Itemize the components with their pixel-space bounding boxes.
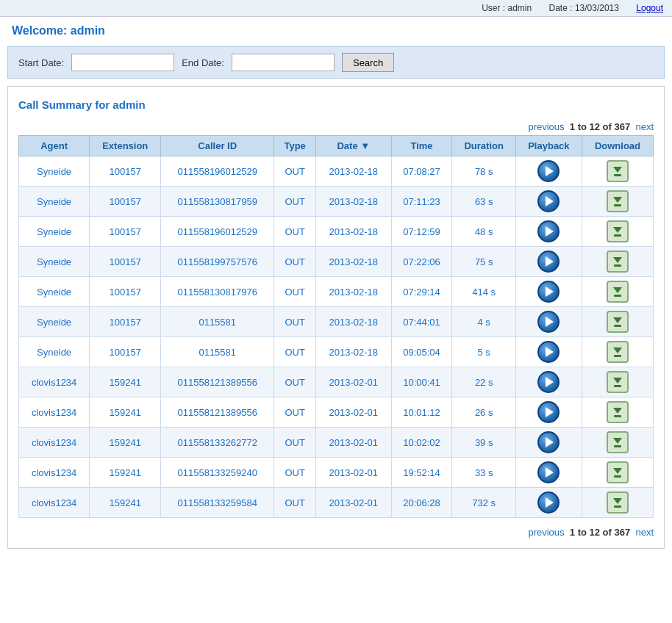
table-cell: Syneide bbox=[19, 277, 90, 307]
table-cell: Syneide bbox=[19, 217, 90, 247]
prev-link-top[interactable]: previous bbox=[528, 121, 564, 132]
playback-button[interactable] bbox=[537, 341, 560, 363]
table-cell: Syneide bbox=[19, 187, 90, 217]
table-cell: 011558130817959 bbox=[161, 187, 274, 217]
table-cell: 011558133259584 bbox=[161, 488, 274, 518]
table-cell: 011558199757576 bbox=[161, 247, 274, 277]
table-cell: OUT bbox=[274, 367, 316, 397]
table-row: Syneide100157011558196012529OUT2013-02-1… bbox=[19, 156, 654, 187]
pagination-bottom: previous 1 to 12 of 367 next bbox=[8, 524, 664, 541]
download-button[interactable] bbox=[607, 190, 629, 212]
playback-button[interactable] bbox=[537, 190, 560, 212]
download-button[interactable] bbox=[607, 371, 629, 393]
table-cell: 100157 bbox=[90, 277, 161, 307]
download-button[interactable] bbox=[607, 401, 629, 423]
welcome-message: Welcome: admin bbox=[0, 17, 672, 42]
table-header-row: Agent Extension Caller ID Type Date ▼ Ti… bbox=[19, 136, 654, 156]
table-cell: 4 s bbox=[452, 307, 515, 337]
table-cell: 732 s bbox=[452, 488, 515, 518]
table-row: clovis1234159241011558121389556OUT2013-0… bbox=[19, 397, 654, 428]
playback-button[interactable] bbox=[537, 311, 560, 333]
table-cell: 2013-02-01 bbox=[316, 428, 391, 458]
pagination-top: previous 1 to 12 of 367 next bbox=[8, 118, 664, 135]
table-cell: 2013-02-18 bbox=[316, 217, 391, 247]
playback-button[interactable] bbox=[537, 160, 560, 182]
playback-button[interactable] bbox=[537, 371, 560, 393]
logout-link[interactable]: Logout bbox=[636, 3, 663, 13]
download-button[interactable] bbox=[607, 491, 629, 514]
table-cell: Syneide bbox=[19, 307, 90, 337]
playback-cell bbox=[515, 307, 582, 337]
table-cell: 26 s bbox=[452, 397, 515, 428]
col-extension: Extension bbox=[90, 136, 161, 156]
table-row: Syneide1001570115581OUT2013-02-1807:44:0… bbox=[19, 307, 654, 337]
download-button[interactable] bbox=[607, 220, 629, 242]
page-range-bottom: 1 to 12 of 367 bbox=[570, 527, 630, 538]
table-cell: 100157 bbox=[90, 307, 161, 337]
playback-button[interactable] bbox=[537, 251, 560, 273]
main-content: Call Summary for admin previous 1 to 12 … bbox=[7, 86, 665, 549]
table-cell: OUT bbox=[274, 428, 316, 458]
playback-button[interactable] bbox=[537, 281, 560, 303]
download-button[interactable] bbox=[607, 160, 629, 182]
playback-button[interactable] bbox=[537, 491, 560, 514]
col-date[interactable]: Date ▼ bbox=[316, 136, 391, 156]
search-button[interactable]: Search bbox=[342, 53, 394, 72]
table-cell: 011558121389556 bbox=[161, 367, 274, 397]
table-cell: 011558196012529 bbox=[161, 217, 274, 247]
table-cell: 011558121389556 bbox=[161, 397, 274, 428]
table-cell: Syneide bbox=[19, 247, 90, 277]
table-row: clovis1234159241011558133259240OUT2013-0… bbox=[19, 458, 654, 488]
user-info: User : admin bbox=[482, 3, 532, 13]
end-date-label: End Date: bbox=[182, 57, 224, 68]
table-cell: OUT bbox=[274, 397, 316, 428]
next-link-bottom[interactable]: next bbox=[635, 527, 654, 538]
table-cell: clovis1234 bbox=[19, 397, 90, 428]
table-cell: 2013-02-18 bbox=[316, 277, 391, 307]
playback-cell bbox=[515, 397, 582, 428]
next-link-top[interactable]: next bbox=[635, 121, 654, 132]
table-cell: 07:12:59 bbox=[391, 217, 452, 247]
download-cell bbox=[582, 337, 653, 367]
table-cell: clovis1234 bbox=[19, 428, 90, 458]
download-button[interactable] bbox=[607, 311, 629, 333]
table-cell: 5 s bbox=[452, 337, 515, 367]
col-duration: Duration bbox=[452, 136, 515, 156]
top-bar: User : admin Date : 13/03/2013 Logout bbox=[0, 0, 672, 17]
download-cell bbox=[582, 277, 653, 307]
table-cell: 159241 bbox=[90, 488, 161, 518]
table-cell: 09:05:04 bbox=[391, 337, 452, 367]
download-cell bbox=[582, 367, 653, 397]
download-button[interactable] bbox=[607, 461, 629, 483]
col-download: Download bbox=[582, 136, 653, 156]
table-cell: 159241 bbox=[90, 367, 161, 397]
table-cell: Syneide bbox=[19, 156, 90, 187]
page-range-top: 1 to 12 of 367 bbox=[570, 121, 630, 132]
playback-button[interactable] bbox=[537, 431, 560, 453]
prev-link-bottom[interactable]: previous bbox=[528, 527, 564, 538]
download-button[interactable] bbox=[607, 341, 629, 363]
download-cell bbox=[582, 156, 653, 187]
download-button[interactable] bbox=[607, 431, 629, 453]
table-body: Syneide100157011558196012529OUT2013-02-1… bbox=[19, 156, 654, 518]
table-cell: 100157 bbox=[90, 187, 161, 217]
end-date-input[interactable] bbox=[232, 54, 335, 71]
download-cell bbox=[582, 187, 653, 217]
download-button[interactable] bbox=[607, 281, 629, 303]
playback-button[interactable] bbox=[537, 461, 560, 483]
table-cell: 011558196012529 bbox=[161, 156, 274, 187]
playback-button[interactable] bbox=[537, 401, 560, 423]
table-row: Syneide100157011558199757576OUT2013-02-1… bbox=[19, 247, 654, 277]
download-button[interactable] bbox=[607, 251, 629, 273]
table-cell: 10:02:02 bbox=[391, 428, 452, 458]
table-cell: 07:08:27 bbox=[391, 156, 452, 187]
table-cell: 159241 bbox=[90, 428, 161, 458]
table-cell: 2013-02-18 bbox=[316, 337, 391, 367]
table-cell: 39 s bbox=[452, 428, 515, 458]
table-cell: 10:00:41 bbox=[391, 367, 452, 397]
records-table: Agent Extension Caller ID Type Date ▼ Ti… bbox=[18, 135, 654, 518]
playback-button[interactable] bbox=[537, 220, 560, 242]
table-cell: 33 s bbox=[452, 458, 515, 488]
start-date-input[interactable] bbox=[71, 54, 174, 71]
col-type: Type bbox=[274, 136, 316, 156]
